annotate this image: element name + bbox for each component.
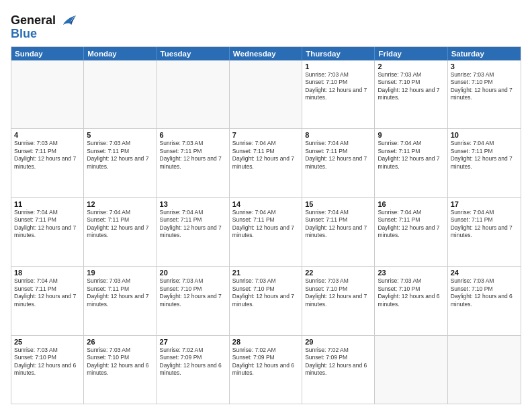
- cal-cell-1-3: 7Sunrise: 7:04 AMSunset: 7:11 PMDaylight…: [230, 129, 302, 197]
- cal-cell-4-1: 26Sunrise: 7:03 AMSunset: 7:10 PMDayligh…: [84, 336, 157, 404]
- day-info: Sunrise: 7:03 AMSunset: 7:10 PMDaylight:…: [14, 347, 81, 377]
- day-number: 20: [160, 269, 226, 277]
- cal-cell-0-6: 3Sunrise: 7:03 AMSunset: 7:10 PMDaylight…: [448, 60, 521, 128]
- cal-cell-4-4: 29Sunrise: 7:02 AMSunset: 7:09 PMDayligh…: [302, 336, 375, 404]
- day-info: Sunrise: 7:03 AMSunset: 7:10 PMDaylight:…: [378, 277, 444, 308]
- header-monday: Monday: [84, 47, 157, 60]
- day-number: 16: [378, 200, 444, 208]
- calendar-body: 1Sunrise: 7:03 AMSunset: 7:10 PMDaylight…: [11, 60, 521, 404]
- cal-cell-2-1: 12Sunrise: 7:04 AMSunset: 7:11 PMDayligh…: [84, 198, 157, 266]
- day-info: Sunrise: 7:03 AMSunset: 7:10 PMDaylight:…: [378, 71, 444, 102]
- day-info: Sunrise: 7:04 AMSunset: 7:11 PMDaylight:…: [160, 209, 226, 240]
- calendar-page: General Blue SundayMondayTuesdayWednesda…: [0, 0, 532, 411]
- day-number: 8: [305, 131, 371, 139]
- cal-cell-2-0: 11Sunrise: 7:04 AMSunset: 7:11 PMDayligh…: [11, 198, 84, 266]
- day-info: Sunrise: 7:02 AMSunset: 7:09 PMDaylight:…: [305, 347, 371, 377]
- day-number: 14: [232, 200, 299, 208]
- cal-cell-1-4: 8Sunrise: 7:04 AMSunset: 7:11 PMDaylight…: [302, 129, 375, 197]
- cal-cell-0-0: [11, 60, 84, 128]
- day-number: 17: [451, 200, 518, 208]
- day-info: Sunrise: 7:04 AMSunset: 7:11 PMDaylight:…: [232, 209, 299, 240]
- calendar-row-4: 25Sunrise: 7:03 AMSunset: 7:10 PMDayligh…: [11, 335, 521, 404]
- logo: General Blue: [11, 11, 77, 41]
- cal-cell-4-5: [375, 336, 447, 404]
- header-tuesday: Tuesday: [157, 47, 230, 60]
- cal-cell-0-3: [230, 60, 302, 128]
- day-number: 10: [451, 131, 518, 139]
- day-number: 6: [160, 131, 226, 139]
- day-number: 19: [87, 269, 153, 277]
- page-header: General Blue: [11, 8, 521, 41]
- cal-cell-3-5: 23Sunrise: 7:03 AMSunset: 7:10 PMDayligh…: [375, 267, 447, 334]
- day-number: 4: [14, 131, 81, 139]
- day-info: Sunrise: 7:03 AMSunset: 7:10 PMDaylight:…: [305, 71, 371, 102]
- day-info: Sunrise: 7:04 AMSunset: 7:11 PMDaylight:…: [232, 140, 299, 171]
- logo-text-general: General: [11, 13, 56, 28]
- logo-bird-icon: [58, 11, 77, 30]
- day-info: Sunrise: 7:03 AMSunset: 7:11 PMDaylight:…: [87, 140, 153, 171]
- day-number: 25: [14, 338, 81, 346]
- day-info: Sunrise: 7:03 AMSunset: 7:10 PMDaylight:…: [451, 277, 518, 308]
- day-number: 1: [305, 62, 371, 71]
- day-number: 3: [451, 62, 518, 71]
- cal-cell-1-1: 5Sunrise: 7:03 AMSunset: 7:11 PMDaylight…: [84, 129, 157, 197]
- cal-cell-2-6: 17Sunrise: 7:04 AMSunset: 7:11 PMDayligh…: [448, 198, 521, 266]
- day-number: 26: [87, 338, 153, 346]
- day-number: 5: [87, 131, 153, 139]
- header-friday: Friday: [375, 47, 447, 60]
- cal-cell-3-4: 22Sunrise: 7:03 AMSunset: 7:10 PMDayligh…: [302, 267, 375, 334]
- day-info: Sunrise: 7:03 AMSunset: 7:10 PMDaylight:…: [232, 277, 299, 308]
- day-info: Sunrise: 7:03 AMSunset: 7:11 PMDaylight:…: [87, 277, 153, 308]
- day-info: Sunrise: 7:03 AMSunset: 7:10 PMDaylight:…: [160, 277, 226, 308]
- day-info: Sunrise: 7:04 AMSunset: 7:11 PMDaylight:…: [305, 140, 371, 171]
- day-number: 13: [160, 200, 226, 208]
- day-info: Sunrise: 7:03 AMSunset: 7:10 PMDaylight:…: [451, 71, 518, 102]
- day-info: Sunrise: 7:04 AMSunset: 7:11 PMDaylight:…: [87, 209, 153, 240]
- day-info: Sunrise: 7:04 AMSunset: 7:11 PMDaylight:…: [14, 277, 81, 308]
- day-info: Sunrise: 7:04 AMSunset: 7:11 PMDaylight:…: [305, 209, 371, 240]
- cal-cell-1-2: 6Sunrise: 7:03 AMSunset: 7:11 PMDaylight…: [157, 129, 230, 197]
- cal-cell-2-2: 13Sunrise: 7:04 AMSunset: 7:11 PMDayligh…: [157, 198, 230, 266]
- cal-cell-1-0: 4Sunrise: 7:03 AMSunset: 7:11 PMDaylight…: [11, 129, 84, 197]
- cal-cell-4-2: 27Sunrise: 7:02 AMSunset: 7:09 PMDayligh…: [157, 336, 230, 404]
- day-number: 24: [451, 269, 518, 277]
- cal-cell-4-0: 25Sunrise: 7:03 AMSunset: 7:10 PMDayligh…: [11, 336, 84, 404]
- cal-cell-0-1: [84, 60, 157, 128]
- calendar-header: SundayMondayTuesdayWednesdayThursdayFrid…: [11, 47, 521, 60]
- day-number: 22: [305, 269, 371, 277]
- day-number: 7: [232, 131, 299, 139]
- header-wednesday: Wednesday: [230, 47, 302, 60]
- header-saturday: Saturday: [448, 47, 521, 60]
- cal-cell-1-6: 10Sunrise: 7:04 AMSunset: 7:11 PMDayligh…: [448, 129, 521, 197]
- day-info: Sunrise: 7:03 AMSunset: 7:11 PMDaylight:…: [14, 140, 81, 171]
- day-number: 29: [305, 338, 371, 346]
- cal-cell-3-0: 18Sunrise: 7:04 AMSunset: 7:11 PMDayligh…: [11, 267, 84, 334]
- day-number: 21: [232, 269, 299, 277]
- calendar-row-3: 18Sunrise: 7:04 AMSunset: 7:11 PMDayligh…: [11, 266, 521, 334]
- day-info: Sunrise: 7:02 AMSunset: 7:09 PMDaylight:…: [160, 347, 226, 377]
- cal-cell-2-4: 15Sunrise: 7:04 AMSunset: 7:11 PMDayligh…: [302, 198, 375, 266]
- day-number: 23: [378, 269, 444, 277]
- header-sunday: Sunday: [11, 47, 84, 60]
- day-number: 27: [160, 338, 226, 346]
- cal-cell-2-3: 14Sunrise: 7:04 AMSunset: 7:11 PMDayligh…: [230, 198, 302, 266]
- calendar-row-0: 1Sunrise: 7:03 AMSunset: 7:10 PMDaylight…: [11, 60, 521, 128]
- calendar-row-1: 4Sunrise: 7:03 AMSunset: 7:11 PMDaylight…: [11, 128, 521, 197]
- day-info: Sunrise: 7:04 AMSunset: 7:11 PMDaylight:…: [378, 209, 444, 240]
- day-number: 9: [378, 131, 444, 139]
- header-thursday: Thursday: [302, 47, 375, 60]
- day-info: Sunrise: 7:03 AMSunset: 7:10 PMDaylight:…: [305, 277, 371, 308]
- cal-cell-4-3: 28Sunrise: 7:02 AMSunset: 7:09 PMDayligh…: [230, 336, 302, 404]
- day-number: 12: [87, 200, 153, 208]
- cal-cell-3-2: 20Sunrise: 7:03 AMSunset: 7:10 PMDayligh…: [157, 267, 230, 334]
- calendar-grid: SundayMondayTuesdayWednesdayThursdayFrid…: [11, 46, 521, 404]
- day-info: Sunrise: 7:04 AMSunset: 7:11 PMDaylight:…: [451, 140, 518, 171]
- cal-cell-3-3: 21Sunrise: 7:03 AMSunset: 7:10 PMDayligh…: [230, 267, 302, 334]
- day-info: Sunrise: 7:03 AMSunset: 7:11 PMDaylight:…: [160, 140, 226, 171]
- cal-cell-0-2: [157, 60, 230, 128]
- cal-cell-2-5: 16Sunrise: 7:04 AMSunset: 7:11 PMDayligh…: [375, 198, 447, 266]
- day-info: Sunrise: 7:04 AMSunset: 7:11 PMDaylight:…: [451, 209, 518, 240]
- cal-cell-4-6: [448, 336, 521, 404]
- day-number: 11: [14, 200, 81, 208]
- day-info: Sunrise: 7:02 AMSunset: 7:09 PMDaylight:…: [232, 347, 299, 377]
